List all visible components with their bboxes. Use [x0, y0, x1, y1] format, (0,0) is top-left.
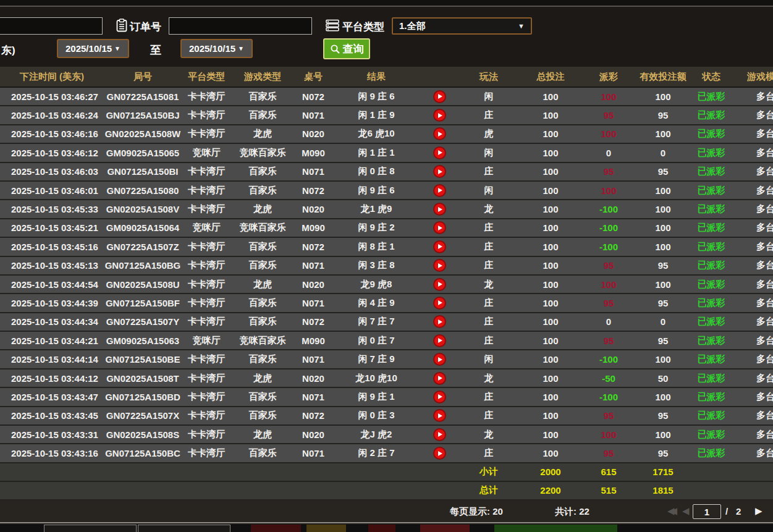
cell-play-type: 庄: [458, 447, 519, 459]
cell-bet-time: 2025-10-15 03:45:13: [0, 260, 104, 271]
cell-status: 已派彩: [691, 410, 732, 421]
cell-table-no: N072: [294, 316, 332, 327]
table-row: 2025-10-15 03:46:16 GN02025A1508W 卡卡湾厅 龙…: [0, 125, 773, 144]
play-video-icon[interactable]: [433, 297, 446, 310]
cell-platform: 卡卡湾厅: [182, 109, 231, 121]
play-video-icon[interactable]: [433, 372, 446, 385]
cell-valid-bet: 100: [635, 204, 691, 214]
bet-time-label-fragment: 东): [1, 43, 15, 57]
col-header-game-type: 游戏类型: [231, 71, 294, 83]
table-row: 2025-10-15 03:43:16 GN07125A150BC 卡卡湾厅 百…: [0, 444, 773, 463]
cell-bet-time: 2025-10-15 03:46:27: [0, 91, 104, 102]
cell-table-no: N072: [294, 185, 332, 196]
cell-total-bet: 100: [519, 148, 582, 158]
cell-result: 闲 9 庄 1: [332, 391, 420, 403]
cell-bet-time: 2025-10-15 03:46:01: [0, 185, 104, 196]
col-header-game-mode: 游戏模式: [732, 71, 773, 83]
cell-play-type: 庄: [458, 241, 519, 253]
cell-platform: 卡卡湾厅: [182, 410, 231, 421]
cell-game-type: 百家乐: [231, 297, 294, 309]
play-video-icon[interactable]: [433, 90, 446, 103]
cell-game-mode: 多台: [732, 185, 773, 196]
play-video-icon[interactable]: [433, 278, 446, 291]
cell-table-no: N020: [294, 129, 332, 139]
play-video-icon[interactable]: [433, 221, 446, 234]
cell-play-type: 庄: [458, 166, 519, 177]
cell-play-type: 庄: [458, 410, 519, 421]
platform-type-select[interactable]: 1.全部 ▼: [392, 17, 532, 35]
cell-play-type: 龙: [458, 279, 519, 290]
cell-bet-time: 2025-10-15 03:44:54: [0, 279, 104, 290]
play-video-icon[interactable]: [433, 109, 446, 122]
cell-table-no: M090: [294, 148, 332, 158]
date-from-picker[interactable]: 2025/10/15 ▼: [57, 39, 129, 58]
cell-bet-time: 2025-10-15 03:46:24: [0, 110, 104, 120]
play-video-icon[interactable]: [433, 334, 446, 347]
play-video-icon[interactable]: [433, 391, 446, 403]
play-video-icon[interactable]: [433, 315, 446, 328]
play-video-icon[interactable]: [433, 259, 446, 272]
cell-bet-time: 2025-10-15 03:45:16: [0, 242, 104, 252]
first-page-icon[interactable]: ◀◀: [667, 505, 673, 517]
cell-payout: 0: [582, 316, 635, 327]
previous-page-icon[interactable]: ◀: [682, 505, 690, 517]
table-row: 2025-10-15 03:44:12 GN02025A1508T 卡卡湾厅 龙…: [0, 369, 773, 388]
table-row: 2025-10-15 03:45:21 GM09025A15064 竞咪厅 竞咪…: [0, 219, 773, 238]
play-video-icon[interactable]: [433, 127, 446, 140]
cell-status: 已派彩: [691, 185, 732, 196]
member-search-input[interactable]: [0, 17, 103, 35]
subtotal-total-bet: 2000: [519, 467, 582, 477]
play-video-icon[interactable]: [433, 353, 446, 366]
cell-status: 已派彩: [691, 147, 732, 159]
cell-payout: 95: [582, 336, 635, 346]
play-video-icon[interactable]: [433, 240, 446, 253]
cell-total-bet: 100: [519, 429, 582, 440]
table-row: 2025-10-15 03:43:45 GN07225A1507X 卡卡湾厅 百…: [0, 407, 773, 426]
cell-game-type: 百家乐: [231, 185, 294, 196]
order-number-input[interactable]: [169, 17, 312, 35]
cell-payout: 95: [582, 260, 635, 271]
cell-result: 龙6 虎10: [332, 128, 420, 140]
play-video-icon[interactable]: [433, 184, 446, 197]
cell-result: 闲 0 庄 8: [332, 166, 420, 177]
cell-total-bet: 100: [519, 316, 582, 327]
cell-platform: 卡卡湾厅: [182, 203, 231, 215]
cell-platform: 卡卡湾厅: [182, 391, 231, 403]
play-video-icon[interactable]: [433, 165, 446, 178]
cell-game-mode: 多台: [732, 297, 773, 309]
cell-game-mode: 多台: [732, 147, 773, 159]
cell-payout: -50: [582, 373, 635, 384]
search-button[interactable]: 查询: [323, 38, 370, 59]
cell-valid-bet: 0: [635, 316, 691, 327]
cell-round-id: GM09025A15065: [104, 148, 182, 158]
date-to-picker[interactable]: 2025/10/15 ▼: [180, 39, 253, 58]
cell-result: 闲 7 庄 7: [332, 316, 420, 327]
page-separator: /: [725, 506, 728, 517]
play-video-icon[interactable]: [433, 409, 446, 422]
cell-payout: 100: [582, 129, 635, 139]
table-row: 2025-10-15 03:44:39 GN07125A150BF 卡卡湾厅 百…: [0, 294, 773, 313]
play-video-icon[interactable]: [433, 428, 446, 441]
cell-status: 已派彩: [691, 222, 732, 234]
cell-game-type: 百家乐: [231, 166, 294, 177]
cell-valid-bet: 95: [635, 448, 691, 458]
table-row: 2025-10-15 03:45:16 GN07225A1507Z 卡卡湾厅 百…: [0, 238, 773, 256]
cell-bet-time: 2025-10-15 03:46:03: [0, 166, 104, 177]
cell-valid-bet: 100: [635, 222, 691, 233]
current-page-input[interactable]: [693, 504, 721, 519]
col-header-total-bet: 总投注: [519, 71, 582, 83]
play-video-icon[interactable]: [433, 447, 446, 460]
cell-platform: 卡卡湾厅: [182, 447, 231, 459]
cell-game-type: 竞咪百家乐: [231, 222, 294, 234]
cell-play-type: 闲: [458, 185, 519, 196]
cell-play-type: 龙: [458, 429, 519, 441]
cell-platform: 卡卡湾厅: [182, 279, 231, 290]
col-header-platform: 平台类型: [182, 71, 231, 83]
cell-table-no: N020: [294, 279, 332, 290]
cell-valid-bet: 100: [635, 279, 691, 290]
play-video-icon[interactable]: [433, 146, 446, 159]
cell-game-type: 百家乐: [231, 91, 294, 103]
play-video-icon[interactable]: [433, 203, 446, 216]
cell-result: 闲 7 庄 9: [332, 353, 420, 365]
next-page-icon[interactable]: ▶: [755, 505, 762, 517]
